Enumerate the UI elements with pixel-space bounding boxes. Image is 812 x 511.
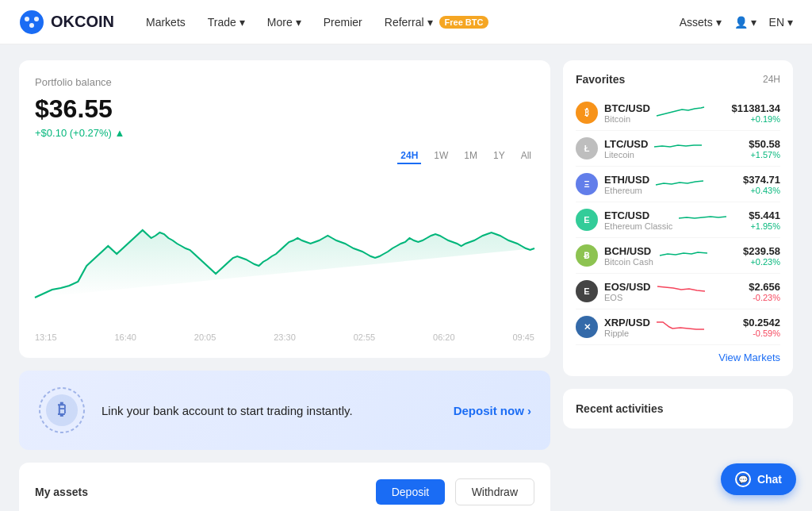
fav-pair-label: ETC/USD (604, 209, 672, 221)
header-right: Assets ▾ 👤 ▾ EN ▾ (680, 16, 793, 29)
fav-pair-info: XRP/USD Ripple (604, 317, 650, 338)
promo-banner: ₿ Link your bank account to start tradin… (19, 371, 550, 450)
svg-point-3 (29, 23, 34, 28)
portfolio-label: Portfolio balance (35, 76, 534, 88)
logo-icon (19, 10, 44, 35)
deposit-button[interactable]: Deposit (376, 479, 445, 505)
svg-point-1 (25, 17, 29, 21)
fav-price-value: $5.441 (749, 209, 780, 221)
chat-label: Chat (757, 473, 782, 486)
deposit-now-button[interactable]: Deposit now › (454, 404, 531, 417)
period-1m[interactable]: 1M (461, 148, 481, 164)
fav-price-change: -0.59% (743, 328, 780, 338)
fav-sparkline (657, 280, 743, 302)
fav-etc-icon: Ε (576, 209, 598, 231)
language-menu[interactable]: EN ▾ (769, 16, 793, 29)
fav-price-change: +0.43% (743, 186, 780, 195)
fav-sparkline (657, 316, 737, 338)
svg-text:₿: ₿ (58, 401, 66, 418)
chat-button[interactable]: 💬 Chat (721, 463, 796, 495)
period-24h[interactable]: 24H (397, 148, 421, 164)
fav-pair-info: BCH/USD Bitcoin Cash (604, 245, 653, 267)
view-markets-link[interactable]: View Markets (576, 352, 780, 363)
main-content: Portfolio balance $36.55 +$0.10 (+0.27%)… (0, 44, 812, 511)
fav-name-label: Bitcoin Cash (604, 257, 653, 267)
period-1y[interactable]: 1Y (490, 148, 508, 164)
fav-name-label: Litecoin (604, 150, 648, 159)
assets-menu[interactable]: Assets ▾ (680, 16, 722, 29)
fav-pair-label: BCH/USD (604, 245, 653, 257)
period-all[interactable]: All (518, 148, 534, 164)
time-label-0: 13:15 (35, 332, 57, 342)
list-item[interactable]: Ξ ETH/USD Ethereum $374.71 +0.43% (576, 167, 780, 202)
header: OKCOIN Markets Trade ▾ More ▾ Premier Re… (0, 0, 812, 44)
fav-name-label: EOS (604, 293, 651, 302)
fav-sparkline (657, 102, 726, 124)
list-item[interactable]: Ł LTC/USD Litecoin $50.58 +1.57% (576, 131, 780, 167)
fav-sparkline (679, 209, 742, 231)
portfolio-card: Portfolio balance $36.55 +$0.10 (+0.27%)… (19, 60, 550, 358)
time-label-3: 23:30 (274, 332, 296, 342)
svg-point-0 (20, 10, 44, 34)
nav-markets[interactable]: Markets (146, 16, 186, 29)
fav-price-change: +0.23% (743, 257, 780, 267)
fav-pair-label: BTC/USD (604, 102, 650, 114)
main-nav: Markets Trade ▾ More ▾ Premier Referral … (146, 16, 680, 29)
fav-price-info: $374.71 +0.43% (743, 174, 780, 195)
fav-price-info: $2.656 -0.23% (749, 281, 780, 302)
right-panel: Favorites 24H ₿ BTC/USD Bitcoin $11381.3… (563, 60, 793, 511)
time-label-6: 09:45 (512, 332, 534, 342)
asset-actions: Deposit Withdraw (376, 478, 534, 505)
fav-name-label: Ethereum Classic (604, 221, 672, 231)
list-item[interactable]: ✕ XRP/USD Ripple $0.2542 -0.59% (576, 309, 780, 345)
my-assets-card: My assets Deposit Withdraw ₿ BTC Bitcoin… (19, 463, 550, 511)
fav-price-value: $11381.34 (732, 102, 780, 114)
nav-more[interactable]: More ▾ (267, 16, 301, 29)
nav-trade[interactable]: Trade ▾ (208, 16, 245, 29)
assets-title: My assets (35, 486, 88, 498)
fav-price-change: -0.23% (749, 293, 780, 302)
fav-price-value: $239.58 (743, 245, 780, 257)
fav-price-value: $2.656 (749, 281, 780, 293)
fav-name-label: Ripple (604, 328, 650, 338)
list-item[interactable]: E EOS/USD EOS $2.656 -0.23% (576, 274, 780, 309)
list-item[interactable]: Ƀ BCH/USD Bitcoin Cash $239.58 +0.23% (576, 238, 780, 274)
fav-price-info: $50.58 +1.57% (749, 138, 780, 159)
nav-referral[interactable]: Referral ▾ Free BTC (385, 16, 489, 29)
assets-header: My assets Deposit Withdraw (35, 478, 534, 505)
period-1w[interactable]: 1W (431, 148, 451, 164)
logo[interactable]: OKCOIN (19, 10, 114, 35)
fav-price-info: $11381.34 +0.19% (732, 102, 780, 124)
time-label-5: 06:20 (433, 332, 455, 342)
chart-controls: 24H 1W 1M 1Y All (35, 148, 534, 164)
time-label-2: 20:05 (194, 332, 216, 342)
fav-price-change: +1.57% (749, 150, 780, 159)
free-btc-badge[interactable]: Free BTC (439, 16, 489, 29)
favorites-card: Favorites 24H ₿ BTC/USD Bitcoin $11381.3… (563, 60, 793, 376)
withdraw-button[interactable]: Withdraw (455, 478, 534, 505)
list-item[interactable]: ₿ BTC/USD Bitcoin $11381.34 +0.19% (576, 95, 780, 131)
fav-bch-icon: Ƀ (576, 244, 598, 267)
fav-pair-info: BTC/USD Bitcoin (604, 102, 650, 124)
fav-pair-info: EOS/USD EOS (604, 281, 651, 302)
account-menu[interactable]: 👤 ▾ (734, 16, 756, 29)
nav-premier[interactable]: Premier (324, 16, 362, 29)
favorites-title: Favorites (576, 73, 625, 86)
fav-price-info: $0.2542 -0.59% (743, 317, 780, 338)
chart-time-labels: 13:15 16:40 20:05 23:30 02:55 06:20 09:4… (35, 332, 534, 342)
favorites-header: Favorites 24H (576, 73, 780, 86)
fav-eos-icon: E (576, 280, 598, 302)
portfolio-balance: $36.55 (35, 94, 534, 124)
fav-pair-info: LTC/USD Litecoin (604, 138, 648, 159)
fav-pair-label: XRP/USD (604, 317, 650, 328)
list-item[interactable]: Ε ETC/USD Ethereum Classic $5.441 +1.95% (576, 202, 780, 238)
svg-point-2 (34, 17, 39, 21)
fav-price-change: +0.19% (732, 114, 780, 124)
favorites-period: 24H (763, 74, 780, 85)
time-label-1: 16:40 (114, 332, 136, 342)
fav-pair-label: ETH/USD (604, 174, 649, 186)
fav-ltc-icon: Ł (576, 137, 598, 159)
time-label-4: 02:55 (354, 332, 376, 342)
fav-pair-info: ETC/USD Ethereum Classic (604, 209, 672, 231)
promo-btc-icon: ₿ (38, 386, 86, 434)
